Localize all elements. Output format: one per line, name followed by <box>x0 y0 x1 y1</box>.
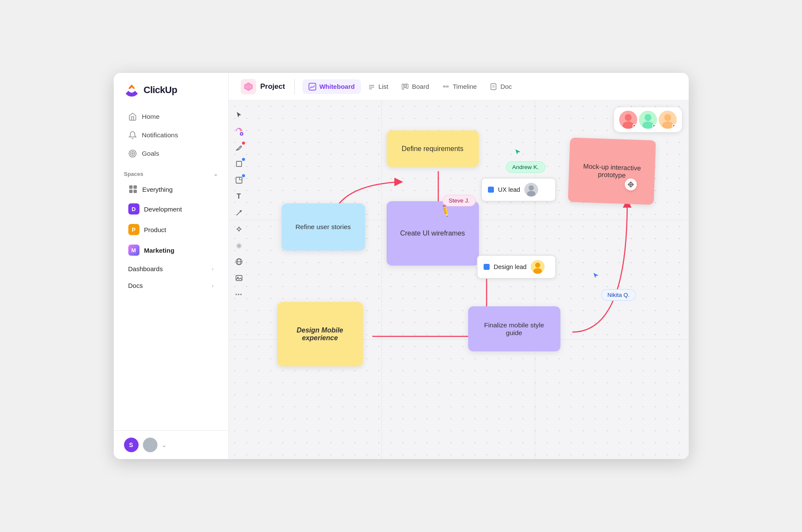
tool-cursor[interactable] <box>231 107 247 123</box>
tab-list[interactable]: List <box>362 79 394 94</box>
tab-whiteboard[interactable]: Whiteboard <box>303 79 361 94</box>
rect-dot <box>242 158 245 161</box>
svg-rect-17 <box>443 85 445 88</box>
image-tool-icon <box>235 274 243 282</box>
cursor-nikita-icon <box>593 272 600 280</box>
svg-rect-26 <box>236 177 242 183</box>
sidebar-item-dashboards[interactable]: Dashboards › <box>118 261 224 277</box>
tool-pen[interactable] <box>231 140 247 155</box>
svg-rect-6 <box>133 190 137 193</box>
connector-ux-lead: UX lead <box>481 178 556 202</box>
tool-image[interactable] <box>231 270 247 286</box>
svg-point-45 <box>625 114 632 121</box>
docs-label: Docs <box>128 282 143 289</box>
spaces-chevron[interactable]: ⌄ <box>213 171 218 177</box>
sidebar-item-everything[interactable]: Everything <box>118 180 224 198</box>
wb-user-2 <box>639 111 657 129</box>
user2-status <box>652 124 656 128</box>
cursor-andrew <box>514 148 522 158</box>
user1-status <box>633 124 636 128</box>
pen-dot <box>242 142 245 145</box>
sidebar-item-goals[interactable]: Goals <box>118 145 224 163</box>
nikita-label: Nikita Q. <box>608 292 630 298</box>
cursor-tool-icon <box>235 111 243 119</box>
tool-magic[interactable] <box>231 238 247 253</box>
sidebar-item-docs[interactable]: Docs › <box>118 278 224 293</box>
sidebar-item-development[interactable]: D Development <box>118 199 224 219</box>
svg-rect-3 <box>129 185 133 189</box>
sticky-refine-stories[interactable]: Refine user stories <box>281 203 365 251</box>
design-lead-dot <box>484 264 490 270</box>
wb-user-1 <box>619 111 637 129</box>
spaces-label: Spaces <box>124 171 144 177</box>
sticky-tool-icon <box>235 176 243 184</box>
sidebar-item-product[interactable]: P Product <box>118 220 224 239</box>
sidebar-bottom: S ⌄ <box>114 430 228 459</box>
project-title: Project <box>260 82 285 91</box>
steve-label: Steve J. <box>449 197 470 204</box>
board-tab-label: Board <box>412 83 429 90</box>
name-tag-steve: Steve J. <box>442 195 476 206</box>
tool-rect[interactable] <box>231 156 247 172</box>
notifications-label: Notifications <box>142 131 178 139</box>
add-tool-icon <box>235 127 243 136</box>
tab-board[interactable]: Board <box>395 79 435 94</box>
sticky-design-mobile[interactable]: Design Mobile experience <box>277 302 363 366</box>
tool-arrow[interactable] <box>231 205 247 221</box>
move-handle[interactable] <box>625 178 637 190</box>
timeline-tab-icon <box>442 83 450 91</box>
tab-doc[interactable]: Doc <box>484 79 518 94</box>
sticky-define-requirements[interactable]: Define requirements <box>387 130 479 167</box>
tool-globe[interactable] <box>231 254 247 269</box>
ux-lead-avatar-img <box>524 183 538 196</box>
tool-sticky[interactable] <box>231 172 247 188</box>
home-icon <box>128 112 137 121</box>
magic-tool-icon <box>235 242 243 249</box>
sticky-finalize-mobile[interactable]: Finalize mobile style guide <box>468 306 560 351</box>
whiteboard-area[interactable]: T <box>229 100 689 459</box>
project-label: Project <box>241 79 295 94</box>
bell-icon <box>128 131 137 139</box>
svg-rect-36 <box>236 275 242 281</box>
ux-lead-avatar <box>524 183 538 196</box>
tool-mindmap[interactable] <box>231 221 247 237</box>
top-tabs: Whiteboard List Board <box>303 79 518 94</box>
tool-text[interactable]: T <box>231 189 247 204</box>
sidebar-item-notifications[interactable]: Notifications <box>118 126 224 144</box>
svg-rect-4 <box>133 185 137 189</box>
cursor-nikita <box>593 272 600 282</box>
more-tool-icon: ••• <box>235 291 242 298</box>
svg-point-39 <box>529 185 534 190</box>
svg-point-8 <box>145 446 155 452</box>
doc-tab-icon <box>490 83 497 91</box>
sidebar: ClickUp Home Notifications Goals Spaces … <box>114 73 229 459</box>
user-avatar-photo <box>143 438 157 452</box>
svg-point-28 <box>238 228 240 230</box>
sticky-create-ui[interactable]: Create UI wireframes <box>387 201 479 266</box>
logo-text: ClickUp <box>144 85 177 96</box>
whiteboard-canvas: Define requirements Refine user stories … <box>249 100 689 459</box>
user-menu-chevron[interactable]: ⌄ <box>162 442 166 448</box>
tool-more[interactable]: ••• <box>231 287 247 302</box>
app-container: ClickUp Home Notifications Goals Spaces … <box>114 73 689 459</box>
design-lead-avatar-img <box>531 260 545 274</box>
name-tag-nikita: Nikita Q. <box>601 289 636 301</box>
svg-rect-19 <box>491 84 496 90</box>
andrew-label: Andrew K. <box>512 164 539 170</box>
goals-label: Goals <box>142 150 160 157</box>
sidebar-item-marketing[interactable]: M Marketing <box>118 240 224 260</box>
sticky-mockup[interactable]: Mock-up interactive prototype <box>568 138 656 205</box>
dashboards-label: Dashboards <box>128 265 163 272</box>
move-icon-svg <box>627 181 634 188</box>
tool-add[interactable] <box>231 124 247 139</box>
wb-users-panel <box>614 107 682 132</box>
svg-rect-14 <box>404 84 406 88</box>
product-avatar: P <box>128 224 139 235</box>
sidebar-item-home[interactable]: Home <box>118 108 224 126</box>
svg-point-2 <box>132 153 133 154</box>
whiteboard-tab-label: Whiteboard <box>319 83 355 90</box>
home-label: Home <box>142 113 160 121</box>
name-tag-andrew: Andrew K. <box>506 161 545 173</box>
tab-timeline[interactable]: Timeline <box>436 79 483 94</box>
list-tab-icon <box>368 83 375 91</box>
